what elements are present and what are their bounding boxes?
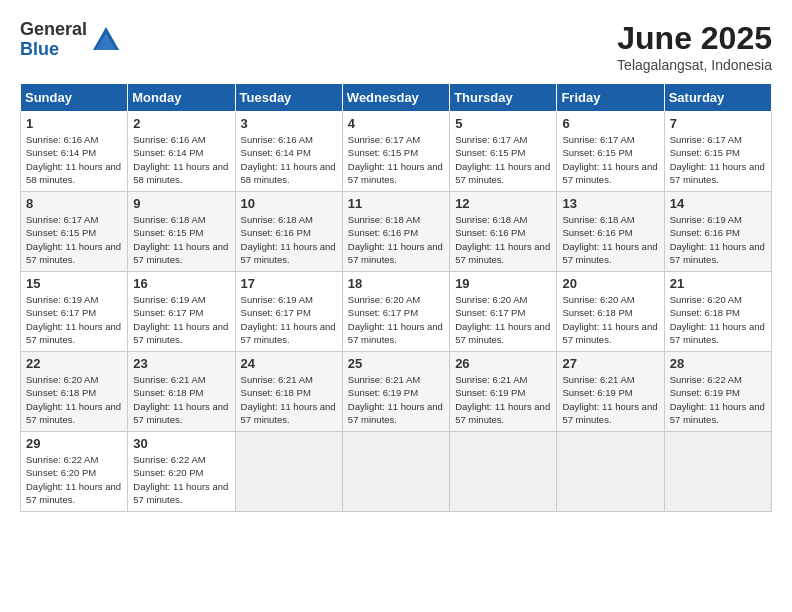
sunrise-text: Sunrise: 6:21 AM — [348, 374, 420, 385]
sunrise-text: Sunrise: 6:18 AM — [133, 214, 205, 225]
sunrise-text: Sunrise: 6:18 AM — [348, 214, 420, 225]
day-number: 9 — [133, 196, 229, 211]
table-row: 21Sunrise: 6:20 AMSunset: 6:18 PMDayligh… — [664, 272, 771, 352]
sunrise-text: Sunrise: 6:20 AM — [455, 294, 527, 305]
day-number: 23 — [133, 356, 229, 371]
day-number: 24 — [241, 356, 337, 371]
sunset-text: Sunset: 6:17 PM — [241, 307, 311, 318]
sunset-text: Sunset: 6:15 PM — [455, 147, 525, 158]
table-row: 2Sunrise: 6:16 AMSunset: 6:14 PMDaylight… — [128, 112, 235, 192]
day-number: 12 — [455, 196, 551, 211]
day-info: Sunrise: 6:19 AMSunset: 6:17 PMDaylight:… — [241, 293, 337, 346]
sunset-text: Sunset: 6:19 PM — [455, 387, 525, 398]
table-row — [664, 432, 771, 512]
day-number: 19 — [455, 276, 551, 291]
logo-icon — [91, 25, 121, 55]
sunset-text: Sunset: 6:17 PM — [455, 307, 525, 318]
daylight-text: Daylight: 11 hours and 57 minutes. — [455, 401, 550, 425]
sunrise-text: Sunrise: 6:21 AM — [133, 374, 205, 385]
day-number: 18 — [348, 276, 444, 291]
day-info: Sunrise: 6:20 AMSunset: 6:18 PMDaylight:… — [562, 293, 658, 346]
day-info: Sunrise: 6:20 AMSunset: 6:17 PMDaylight:… — [348, 293, 444, 346]
day-info: Sunrise: 6:19 AMSunset: 6:16 PMDaylight:… — [670, 213, 766, 266]
col-tuesday: Tuesday — [235, 84, 342, 112]
sunset-text: Sunset: 6:15 PM — [348, 147, 418, 158]
day-info: Sunrise: 6:18 AMSunset: 6:16 PMDaylight:… — [241, 213, 337, 266]
day-number: 6 — [562, 116, 658, 131]
sunrise-text: Sunrise: 6:17 AM — [562, 134, 634, 145]
day-number: 26 — [455, 356, 551, 371]
table-row: 20Sunrise: 6:20 AMSunset: 6:18 PMDayligh… — [557, 272, 664, 352]
table-row: 6Sunrise: 6:17 AMSunset: 6:15 PMDaylight… — [557, 112, 664, 192]
table-row: 7Sunrise: 6:17 AMSunset: 6:15 PMDaylight… — [664, 112, 771, 192]
sunset-text: Sunset: 6:14 PM — [26, 147, 96, 158]
table-row: 16Sunrise: 6:19 AMSunset: 6:17 PMDayligh… — [128, 272, 235, 352]
day-info: Sunrise: 6:22 AMSunset: 6:20 PMDaylight:… — [26, 453, 122, 506]
day-info: Sunrise: 6:17 AMSunset: 6:15 PMDaylight:… — [348, 133, 444, 186]
table-row: 12Sunrise: 6:18 AMSunset: 6:16 PMDayligh… — [450, 192, 557, 272]
day-info: Sunrise: 6:17 AMSunset: 6:15 PMDaylight:… — [562, 133, 658, 186]
table-row: 17Sunrise: 6:19 AMSunset: 6:17 PMDayligh… — [235, 272, 342, 352]
daylight-text: Daylight: 11 hours and 57 minutes. — [241, 321, 336, 345]
sunrise-text: Sunrise: 6:17 AM — [26, 214, 98, 225]
table-row: 24Sunrise: 6:21 AMSunset: 6:18 PMDayligh… — [235, 352, 342, 432]
sunset-text: Sunset: 6:18 PM — [26, 387, 96, 398]
day-info: Sunrise: 6:16 AMSunset: 6:14 PMDaylight:… — [241, 133, 337, 186]
day-info: Sunrise: 6:19 AMSunset: 6:17 PMDaylight:… — [133, 293, 229, 346]
daylight-text: Daylight: 11 hours and 58 minutes. — [241, 161, 336, 185]
calendar-week-row: 22Sunrise: 6:20 AMSunset: 6:18 PMDayligh… — [21, 352, 772, 432]
day-number: 30 — [133, 436, 229, 451]
day-info: Sunrise: 6:18 AMSunset: 6:16 PMDaylight:… — [348, 213, 444, 266]
daylight-text: Daylight: 11 hours and 57 minutes. — [133, 481, 228, 505]
sunset-text: Sunset: 6:15 PM — [26, 227, 96, 238]
day-number: 8 — [26, 196, 122, 211]
month-title: June 2025 — [617, 20, 772, 57]
sunset-text: Sunset: 6:19 PM — [348, 387, 418, 398]
sunrise-text: Sunrise: 6:18 AM — [241, 214, 313, 225]
table-row: 15Sunrise: 6:19 AMSunset: 6:17 PMDayligh… — [21, 272, 128, 352]
logo-general: General — [20, 20, 87, 40]
day-info: Sunrise: 6:16 AMSunset: 6:14 PMDaylight:… — [133, 133, 229, 186]
sunset-text: Sunset: 6:18 PM — [133, 387, 203, 398]
day-info: Sunrise: 6:20 AMSunset: 6:18 PMDaylight:… — [670, 293, 766, 346]
day-number: 25 — [348, 356, 444, 371]
day-info: Sunrise: 6:18 AMSunset: 6:15 PMDaylight:… — [133, 213, 229, 266]
table-row: 29Sunrise: 6:22 AMSunset: 6:20 PMDayligh… — [21, 432, 128, 512]
col-friday: Friday — [557, 84, 664, 112]
day-number: 5 — [455, 116, 551, 131]
day-info: Sunrise: 6:16 AMSunset: 6:14 PMDaylight:… — [26, 133, 122, 186]
daylight-text: Daylight: 11 hours and 57 minutes. — [455, 161, 550, 185]
calendar-week-row: 1Sunrise: 6:16 AMSunset: 6:14 PMDaylight… — [21, 112, 772, 192]
sunrise-text: Sunrise: 6:21 AM — [241, 374, 313, 385]
daylight-text: Daylight: 11 hours and 57 minutes. — [26, 321, 121, 345]
day-number: 17 — [241, 276, 337, 291]
day-info: Sunrise: 6:22 AMSunset: 6:20 PMDaylight:… — [133, 453, 229, 506]
day-number: 13 — [562, 196, 658, 211]
calendar-week-row: 29Sunrise: 6:22 AMSunset: 6:20 PMDayligh… — [21, 432, 772, 512]
daylight-text: Daylight: 11 hours and 57 minutes. — [241, 241, 336, 265]
sunset-text: Sunset: 6:20 PM — [26, 467, 96, 478]
table-row: 22Sunrise: 6:20 AMSunset: 6:18 PMDayligh… — [21, 352, 128, 432]
table-row: 26Sunrise: 6:21 AMSunset: 6:19 PMDayligh… — [450, 352, 557, 432]
sunrise-text: Sunrise: 6:20 AM — [26, 374, 98, 385]
sunset-text: Sunset: 6:19 PM — [670, 387, 740, 398]
day-number: 7 — [670, 116, 766, 131]
daylight-text: Daylight: 11 hours and 57 minutes. — [670, 321, 765, 345]
table-row: 4Sunrise: 6:17 AMSunset: 6:15 PMDaylight… — [342, 112, 449, 192]
day-number: 4 — [348, 116, 444, 131]
day-number: 10 — [241, 196, 337, 211]
day-number: 27 — [562, 356, 658, 371]
day-info: Sunrise: 6:17 AMSunset: 6:15 PMDaylight:… — [26, 213, 122, 266]
sunset-text: Sunset: 6:17 PM — [348, 307, 418, 318]
table-row: 23Sunrise: 6:21 AMSunset: 6:18 PMDayligh… — [128, 352, 235, 432]
daylight-text: Daylight: 11 hours and 57 minutes. — [562, 241, 657, 265]
sunset-text: Sunset: 6:16 PM — [562, 227, 632, 238]
sunset-text: Sunset: 6:19 PM — [562, 387, 632, 398]
daylight-text: Daylight: 11 hours and 57 minutes. — [455, 321, 550, 345]
day-number: 28 — [670, 356, 766, 371]
sunset-text: Sunset: 6:15 PM — [133, 227, 203, 238]
daylight-text: Daylight: 11 hours and 57 minutes. — [348, 241, 443, 265]
day-info: Sunrise: 6:19 AMSunset: 6:17 PMDaylight:… — [26, 293, 122, 346]
day-number: 1 — [26, 116, 122, 131]
day-info: Sunrise: 6:21 AMSunset: 6:19 PMDaylight:… — [348, 373, 444, 426]
